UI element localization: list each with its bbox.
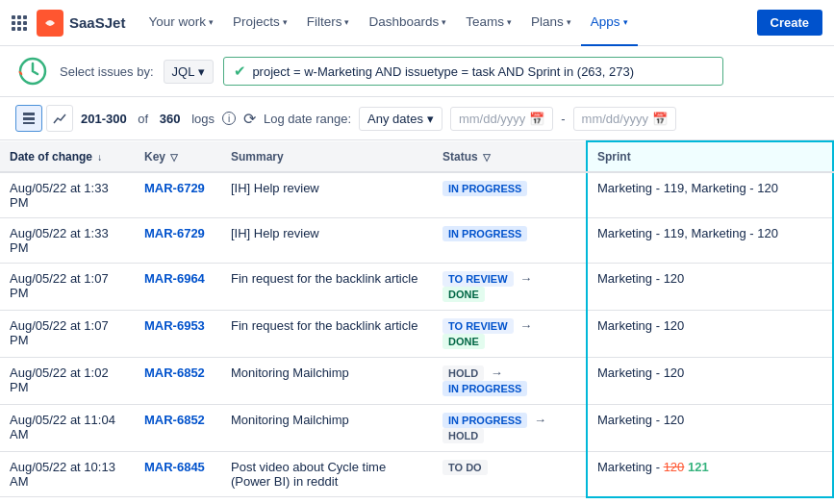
- logo-text: SaaSJet: [69, 14, 125, 31]
- sprint-old-value: 120: [664, 460, 685, 474]
- log-total: 360: [160, 112, 181, 126]
- arrow-icon: →: [534, 413, 546, 427]
- grid-menu-icon[interactable]: [12, 15, 27, 31]
- arrow-icon: →: [519, 271, 532, 286]
- nav-label-apps: Apps: [591, 14, 620, 29]
- any-dates-label: Any dates: [367, 112, 423, 126]
- nav-item-plans[interactable]: Plans ▾: [521, 0, 581, 46]
- nav-label-your-work: Your work: [148, 14, 206, 29]
- chevron-down-icon: ▾: [283, 17, 288, 27]
- nav-label-projects: Projects: [233, 14, 280, 29]
- filter-icon[interactable]: ▽: [483, 152, 491, 163]
- issue-key-link[interactable]: MAR-6964: [144, 271, 205, 286]
- table-view-button[interactable]: [15, 105, 42, 132]
- col-header-status[interactable]: Status ▽: [433, 141, 587, 172]
- nav-item-dashboards[interactable]: Dashboards ▾: [359, 0, 456, 46]
- sub-header: Select issues by: JQL ▾ ✔ project = w-Ma…: [0, 46, 834, 97]
- chevron-down-icon: ▾: [344, 17, 349, 27]
- cell-sprint: Marketing - 119, Marketing - 120: [587, 172, 833, 218]
- cell-status: IN PROGRESS: [433, 218, 587, 264]
- cell-sprint: Marketing - 120: [587, 405, 833, 452]
- nav-item-projects[interactable]: Projects ▾: [223, 0, 297, 46]
- nav-item-teams[interactable]: Teams ▾: [456, 0, 521, 46]
- cell-sprint: Marketing - 119, Marketing - 120: [587, 218, 833, 264]
- col-header-summary: Summary: [221, 141, 433, 172]
- table-row: Aug/05/22 at 11:04 AM MAR-6852 Monitorin…: [0, 405, 833, 452]
- date-from-placeholder: mm/dd/yyyy: [459, 112, 525, 126]
- arrow-icon: →: [519, 318, 532, 333]
- issue-key-link[interactable]: MAR-6852: [144, 413, 205, 427]
- nav-label-plans: Plans: [531, 14, 564, 29]
- issue-key-link[interactable]: MAR-6729: [144, 226, 205, 240]
- cell-sprint: Marketing - 120 121: [587, 452, 833, 497]
- issue-key-link[interactable]: MAR-6852: [144, 365, 205, 380]
- cell-sprint: Marketing - 120: [587, 264, 833, 311]
- jql-select[interactable]: JQL ▾: [164, 60, 215, 84]
- issue-key-link[interactable]: MAR-6953: [144, 318, 205, 333]
- log-suffix: logs: [191, 112, 215, 126]
- nav-item-filters[interactable]: Filters ▾: [297, 0, 360, 46]
- status-badge-from: TO REVIEW: [442, 318, 514, 334]
- col-header-date[interactable]: Date of change ↓: [0, 141, 135, 172]
- jql-query-display[interactable]: ✔ project = w-Marketing AND issuetype = …: [223, 57, 723, 86]
- sprint-new-value: 121: [688, 460, 709, 474]
- filter-by-label: Select issues by:: [60, 64, 154, 79]
- cell-summary: Monitoring Mailchimp: [221, 358, 433, 405]
- cell-date: Aug/05/22 at 1:02 PM: [0, 358, 135, 405]
- issue-key-link[interactable]: MAR-6729: [144, 181, 205, 195]
- table-row: Aug/05/22 at 1:02 PM MAR-6852 Monitoring…: [0, 358, 833, 405]
- nav-item-your-work[interactable]: Your work ▾: [139, 0, 223, 46]
- cell-key: MAR-6964: [135, 264, 221, 311]
- chart-view-button[interactable]: [46, 105, 73, 132]
- cell-status: TO REVIEW → DONE: [433, 311, 587, 358]
- status-badge-to: DONE: [442, 287, 485, 302]
- table-row: Aug/05/22 at 1:07 PM MAR-6953 Fin reques…: [0, 311, 833, 358]
- cell-status: TO DO: [433, 452, 587, 497]
- check-icon: ✔: [234, 63, 246, 80]
- logo-icon: [37, 10, 63, 37]
- cell-key: MAR-6729: [135, 172, 221, 218]
- cell-summary: Fin request for the backlink article: [221, 311, 433, 358]
- main-nav: Your work ▾ Projects ▾ Filters ▾ Dashboa…: [139, 0, 750, 46]
- cell-sprint: Marketing - 120: [587, 358, 833, 405]
- issue-key-link[interactable]: MAR-6845: [144, 460, 205, 474]
- status-badge-from: TO REVIEW: [442, 271, 514, 287]
- info-icon[interactable]: i: [222, 112, 236, 125]
- date-to-input[interactable]: mm/dd/yyyy 📅: [573, 107, 676, 131]
- status-badge-to: DONE: [442, 334, 485, 349]
- table-row: Aug/05/22 at 1:33 PM MAR-6729 [IH] Help …: [0, 218, 833, 264]
- refresh-icon[interactable]: ⟳: [243, 110, 256, 128]
- chevron-down-icon: ▾: [507, 17, 512, 27]
- chevron-down-icon: ▾: [427, 112, 434, 126]
- date-to-placeholder: mm/dd/yyyy: [582, 112, 648, 126]
- log-count-text: 201-300 of 360 logs: [81, 112, 215, 126]
- cell-summary: Monitoring Mailchimp: [221, 405, 433, 452]
- col-header-sprint: Sprint: [587, 141, 833, 172]
- cell-date: Aug/05/22 at 11:04 AM: [0, 405, 135, 452]
- nav-label-filters: Filters: [307, 14, 342, 29]
- table-row last-row: Aug/05/22 at 10:13 AM MAR-6845 Post vide…: [0, 452, 833, 497]
- cell-date: Aug/05/22 at 1:07 PM: [0, 264, 135, 311]
- cell-summary: Post video about Cycle time (Power BI) i…: [221, 452, 433, 497]
- status-badge-from: HOLD: [442, 365, 484, 381]
- calendar-icon: 📅: [652, 112, 668, 126]
- sort-icon[interactable]: ↓: [97, 152, 102, 163]
- cell-date: Aug/05/22 at 1:07 PM: [0, 311, 135, 358]
- nav-item-apps[interactable]: Apps ▾: [581, 0, 638, 46]
- status-badge-to: IN PROGRESS: [442, 381, 527, 396]
- log-range: 201-300: [81, 112, 127, 126]
- filter-icon[interactable]: ▽: [170, 152, 178, 163]
- log-of: of: [138, 112, 148, 126]
- nav-label-dashboards: Dashboards: [368, 14, 439, 29]
- cell-key: MAR-6852: [135, 405, 221, 452]
- chevron-down-icon: ▾: [567, 17, 571, 27]
- date-from-input[interactable]: mm/dd/yyyy 📅: [450, 107, 553, 131]
- svg-rect-1: [23, 113, 35, 115]
- any-dates-select[interactable]: Any dates ▾: [359, 107, 442, 131]
- col-header-key[interactable]: Key ▽: [135, 141, 221, 172]
- create-button[interactable]: Create: [757, 10, 822, 36]
- log-date-range-label: Log date range:: [264, 112, 351, 126]
- cell-key: MAR-6729: [135, 218, 221, 264]
- table-row: Aug/05/22 at 1:33 PM MAR-6729 [IH] Help …: [0, 172, 833, 218]
- main-header: SaaSJet Your work ▾ Projects ▾ Filters ▾…: [0, 0, 834, 46]
